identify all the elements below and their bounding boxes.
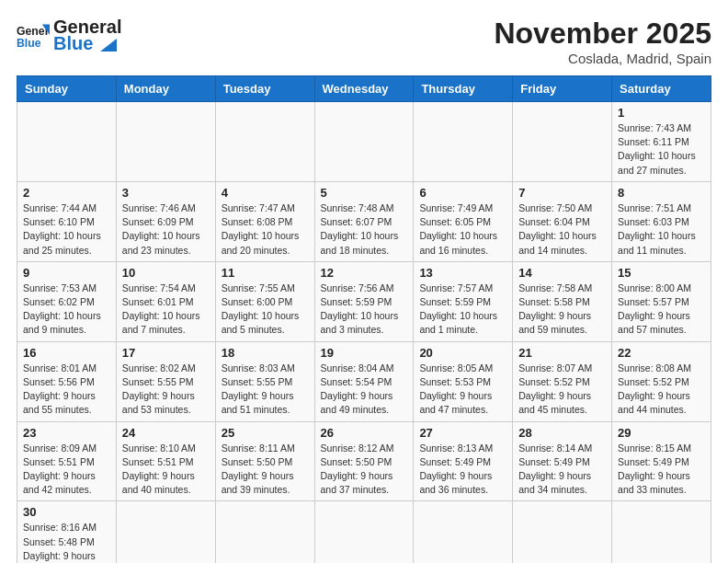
day-number: 12 [321, 266, 408, 280]
week-row-5: 23Sunrise: 8:09 AM Sunset: 5:51 PM Dayli… [17, 421, 711, 501]
calendar-cell: 5Sunrise: 7:48 AM Sunset: 6:07 PM Daylig… [314, 181, 414, 261]
day-info: Sunrise: 7:43 AM Sunset: 6:11 PM Dayligh… [618, 121, 705, 178]
day-number: 5 [321, 186, 408, 200]
day-info: Sunrise: 7:55 AM Sunset: 6:00 PM Dayligh… [222, 282, 309, 338]
day-number: 22 [618, 346, 705, 360]
day-info: Sunrise: 7:56 AM Sunset: 5:59 PM Dayligh… [321, 282, 408, 338]
logo-icon: General Blue [17, 18, 50, 52]
day-info: Sunrise: 7:48 AM Sunset: 6:07 PM Dayligh… [321, 201, 408, 258]
day-info: Sunrise: 8:14 AM Sunset: 5:49 PM Dayligh… [518, 442, 606, 498]
day-number: 11 [222, 266, 309, 280]
day-info: Sunrise: 8:05 AM Sunset: 5:53 PM Dayligh… [419, 362, 506, 418]
day-info: Sunrise: 7:54 AM Sunset: 6:01 PM Dayligh… [122, 282, 210, 338]
day-number: 13 [419, 266, 506, 280]
calendar-cell: 2Sunrise: 7:44 AM Sunset: 6:10 PM Daylig… [17, 181, 117, 261]
day-info: Sunrise: 8:03 AM Sunset: 5:55 PM Dayligh… [222, 362, 309, 418]
header: General Blue General Blue November 2025 … [17, 17, 711, 66]
calendar-cell [314, 102, 414, 182]
day-info: Sunrise: 7:46 AM Sunset: 6:09 PM Dayligh… [122, 201, 210, 258]
week-row-6: 30Sunrise: 8:16 AM Sunset: 5:48 PM Dayli… [17, 501, 711, 563]
day-info: Sunrise: 7:50 AM Sunset: 6:04 PM Dayligh… [518, 201, 606, 258]
week-row-4: 16Sunrise: 8:01 AM Sunset: 5:56 PM Dayli… [17, 341, 711, 421]
day-number: 25 [222, 426, 309, 440]
day-number: 7 [518, 186, 606, 200]
calendar-subtitle: Coslada, Madrid, Spain [494, 51, 711, 66]
title-block: November 2025 Coslada, Madrid, Spain [494, 17, 711, 66]
day-info: Sunrise: 8:01 AM Sunset: 5:56 PM Dayligh… [23, 362, 110, 418]
page: General Blue General Blue November 2025 … [0, 0, 728, 563]
day-number: 6 [419, 186, 506, 200]
day-number: 23 [23, 426, 110, 440]
day-info: Sunrise: 8:04 AM Sunset: 5:54 PM Dayligh… [321, 362, 408, 418]
calendar-cell: 7Sunrise: 7:50 AM Sunset: 6:04 PM Daylig… [513, 181, 612, 261]
calendar-cell: 1Sunrise: 7:43 AM Sunset: 6:11 PM Daylig… [612, 102, 711, 182]
calendar-cell: 23Sunrise: 8:09 AM Sunset: 5:51 PM Dayli… [17, 421, 117, 501]
calendar-cell: 28Sunrise: 8:14 AM Sunset: 5:49 PM Dayli… [513, 421, 612, 501]
logo-blue: Blue [53, 33, 121, 53]
day-number: 15 [618, 266, 705, 280]
day-number: 29 [618, 426, 705, 440]
calendar-cell [215, 501, 314, 563]
day-info: Sunrise: 8:09 AM Sunset: 5:51 PM Dayligh… [23, 442, 110, 498]
calendar-cell: 12Sunrise: 7:56 AM Sunset: 5:59 PM Dayli… [314, 261, 414, 341]
day-number: 16 [23, 346, 110, 360]
day-number: 3 [122, 186, 210, 200]
calendar-cell: 29Sunrise: 8:15 AM Sunset: 5:49 PM Dayli… [612, 421, 711, 501]
day-info: Sunrise: 7:49 AM Sunset: 6:05 PM Dayligh… [419, 201, 506, 258]
calendar-cell: 8Sunrise: 7:51 AM Sunset: 6:03 PM Daylig… [612, 181, 711, 261]
day-number: 1 [618, 106, 705, 120]
calendar-cell: 11Sunrise: 7:55 AM Sunset: 6:00 PM Dayli… [215, 261, 314, 341]
calendar-cell [612, 501, 711, 563]
calendar-cell: 13Sunrise: 7:57 AM Sunset: 5:59 PM Dayli… [414, 261, 513, 341]
day-number: 24 [122, 426, 210, 440]
day-number: 17 [122, 346, 210, 360]
calendar-cell [513, 501, 612, 563]
calendar-cell: 17Sunrise: 8:02 AM Sunset: 5:55 PM Dayli… [116, 341, 215, 421]
weekday-header-row: SundayMondayTuesdayWednesdayThursdayFrid… [17, 76, 711, 102]
day-info: Sunrise: 8:02 AM Sunset: 5:55 PM Dayligh… [122, 362, 210, 418]
calendar-cell: 30Sunrise: 8:16 AM Sunset: 5:48 PM Dayli… [17, 501, 117, 563]
day-number: 21 [518, 346, 606, 360]
day-number: 8 [618, 186, 705, 200]
calendar-cell: 25Sunrise: 8:11 AM Sunset: 5:50 PM Dayli… [215, 421, 314, 501]
svg-marker-3 [100, 39, 117, 52]
day-info: Sunrise: 8:00 AM Sunset: 5:57 PM Dayligh… [618, 282, 705, 338]
calendar-cell: 27Sunrise: 8:13 AM Sunset: 5:49 PM Dayli… [414, 421, 513, 501]
calendar-cell [414, 102, 513, 182]
calendar-cell [513, 102, 612, 182]
calendar-cell [17, 102, 117, 182]
day-number: 26 [321, 426, 408, 440]
day-info: Sunrise: 7:57 AM Sunset: 5:59 PM Dayligh… [419, 282, 506, 338]
weekday-header-sunday: Sunday [17, 76, 117, 102]
calendar-cell: 15Sunrise: 8:00 AM Sunset: 5:57 PM Dayli… [612, 261, 711, 341]
day-number: 10 [122, 266, 210, 280]
calendar-cell: 9Sunrise: 7:53 AM Sunset: 6:02 PM Daylig… [17, 261, 117, 341]
day-info: Sunrise: 8:11 AM Sunset: 5:50 PM Dayligh… [222, 442, 309, 498]
calendar-cell: 21Sunrise: 8:07 AM Sunset: 5:52 PM Dayli… [513, 341, 612, 421]
calendar-cell: 26Sunrise: 8:12 AM Sunset: 5:50 PM Dayli… [314, 421, 414, 501]
week-row-3: 9Sunrise: 7:53 AM Sunset: 6:02 PM Daylig… [17, 261, 711, 341]
calendar-cell: 4Sunrise: 7:47 AM Sunset: 6:08 PM Daylig… [215, 181, 314, 261]
day-number: 9 [23, 266, 110, 280]
weekday-header-wednesday: Wednesday [314, 76, 414, 102]
svg-text:Blue: Blue [17, 37, 41, 50]
calendar-cell [116, 102, 215, 182]
calendar-cell [116, 501, 215, 563]
day-number: 18 [222, 346, 309, 360]
calendar-cell: 6Sunrise: 7:49 AM Sunset: 6:05 PM Daylig… [414, 181, 513, 261]
calendar-cell: 24Sunrise: 8:10 AM Sunset: 5:51 PM Dayli… [116, 421, 215, 501]
day-info: Sunrise: 7:58 AM Sunset: 5:58 PM Dayligh… [518, 282, 606, 338]
day-info: Sunrise: 8:15 AM Sunset: 5:49 PM Dayligh… [618, 442, 705, 498]
day-number: 4 [222, 186, 309, 200]
calendar-cell: 10Sunrise: 7:54 AM Sunset: 6:01 PM Dayli… [116, 261, 215, 341]
calendar-cell: 22Sunrise: 8:08 AM Sunset: 5:52 PM Dayli… [612, 341, 711, 421]
day-number: 14 [518, 266, 606, 280]
day-number: 27 [419, 426, 506, 440]
day-number: 2 [23, 186, 110, 200]
weekday-header-saturday: Saturday [612, 76, 711, 102]
calendar-cell: 20Sunrise: 8:05 AM Sunset: 5:53 PM Dayli… [414, 341, 513, 421]
calendar-title: November 2025 [494, 17, 711, 51]
day-info: Sunrise: 8:16 AM Sunset: 5:48 PM Dayligh… [23, 521, 110, 563]
day-info: Sunrise: 7:53 AM Sunset: 6:02 PM Dayligh… [23, 282, 110, 338]
calendar-cell: 14Sunrise: 7:58 AM Sunset: 5:58 PM Dayli… [513, 261, 612, 341]
